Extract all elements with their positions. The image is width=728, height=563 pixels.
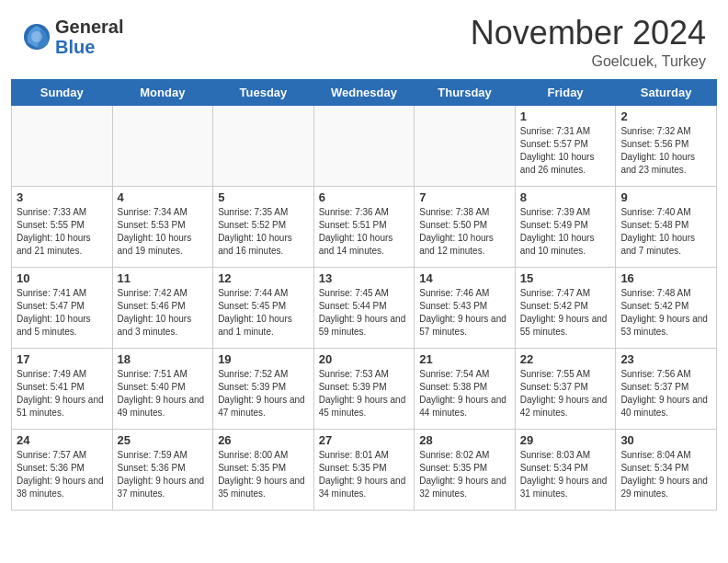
day-number: 6 bbox=[319, 190, 410, 204]
calendar-day-cell: 28Sunrise: 8:02 AM Sunset: 5:35 PM Dayli… bbox=[415, 430, 516, 511]
weekday-header: Tuesday bbox=[213, 80, 314, 106]
calendar-day-cell: 15Sunrise: 7:47 AM Sunset: 5:42 PM Dayli… bbox=[515, 268, 616, 349]
day-number: 23 bbox=[620, 352, 711, 366]
day-info: Sunrise: 7:57 AM Sunset: 5:36 PM Dayligh… bbox=[17, 449, 108, 500]
calendar-day-cell: 5Sunrise: 7:35 AM Sunset: 5:52 PM Daylig… bbox=[213, 187, 314, 268]
day-number: 27 bbox=[319, 433, 410, 447]
calendar-day-cell: 18Sunrise: 7:51 AM Sunset: 5:40 PM Dayli… bbox=[112, 349, 213, 430]
day-number: 5 bbox=[218, 190, 309, 204]
calendar-day-cell bbox=[415, 106, 516, 187]
calendar-day-cell: 20Sunrise: 7:53 AM Sunset: 5:39 PM Dayli… bbox=[313, 349, 415, 430]
calendar-table: SundayMondayTuesdayWednesdayThursdayFrid… bbox=[11, 79, 717, 511]
day-number: 24 bbox=[17, 433, 108, 447]
calendar-week-row: 3Sunrise: 7:33 AM Sunset: 5:55 PM Daylig… bbox=[12, 187, 717, 268]
calendar-wrapper: SundayMondayTuesdayWednesdayThursdayFrid… bbox=[0, 79, 728, 520]
day-info: Sunrise: 7:59 AM Sunset: 5:36 PM Dayligh… bbox=[118, 449, 209, 500]
day-number: 1 bbox=[520, 109, 611, 123]
day-number: 14 bbox=[419, 271, 510, 285]
page-header: General Blue November 2024 Goelcuek, Tur… bbox=[0, 0, 728, 79]
month-title: November 2024 bbox=[471, 17, 706, 50]
calendar-day-cell: 12Sunrise: 7:44 AM Sunset: 5:45 PM Dayli… bbox=[213, 268, 314, 349]
day-info: Sunrise: 8:04 AM Sunset: 5:34 PM Dayligh… bbox=[620, 449, 711, 500]
day-number: 20 bbox=[319, 352, 410, 366]
weekday-header: Thursday bbox=[415, 80, 516, 106]
day-number: 10 bbox=[17, 271, 108, 285]
day-number: 19 bbox=[218, 352, 309, 366]
weekday-header: Monday bbox=[112, 80, 213, 106]
day-info: Sunrise: 7:38 AM Sunset: 5:50 PM Dayligh… bbox=[419, 206, 510, 258]
calendar-day-cell bbox=[12, 106, 113, 187]
day-number: 26 bbox=[218, 433, 309, 447]
day-number: 9 bbox=[620, 190, 711, 204]
calendar-day-cell: 22Sunrise: 7:55 AM Sunset: 5:37 PM Dayli… bbox=[515, 349, 616, 430]
day-info: Sunrise: 7:41 AM Sunset: 5:47 PM Dayligh… bbox=[17, 287, 108, 339]
calendar-day-cell: 23Sunrise: 7:56 AM Sunset: 5:37 PM Dayli… bbox=[616, 349, 717, 430]
location: Goelcuek, Turkey bbox=[471, 53, 706, 70]
weekday-header: Friday bbox=[515, 80, 616, 106]
logo-general: General bbox=[55, 17, 123, 37]
day-info: Sunrise: 7:46 AM Sunset: 5:43 PM Dayligh… bbox=[419, 287, 510, 339]
calendar-week-row: 24Sunrise: 7:57 AM Sunset: 5:36 PM Dayli… bbox=[12, 430, 717, 511]
svg-point-1 bbox=[31, 31, 42, 42]
day-number: 29 bbox=[520, 433, 611, 447]
day-number: 3 bbox=[17, 190, 108, 204]
calendar-day-cell bbox=[313, 106, 415, 187]
calendar-day-cell: 16Sunrise: 7:48 AM Sunset: 5:42 PM Dayli… bbox=[616, 268, 717, 349]
day-number: 7 bbox=[419, 190, 510, 204]
day-info: Sunrise: 7:44 AM Sunset: 5:45 PM Dayligh… bbox=[218, 287, 309, 339]
day-number: 25 bbox=[118, 433, 209, 447]
day-info: Sunrise: 8:03 AM Sunset: 5:34 PM Dayligh… bbox=[520, 449, 611, 500]
day-info: Sunrise: 7:42 AM Sunset: 5:46 PM Dayligh… bbox=[118, 287, 209, 339]
day-info: Sunrise: 7:49 AM Sunset: 5:41 PM Dayligh… bbox=[17, 368, 108, 419]
day-info: Sunrise: 7:35 AM Sunset: 5:52 PM Dayligh… bbox=[218, 206, 309, 258]
day-info: Sunrise: 7:45 AM Sunset: 5:44 PM Dayligh… bbox=[319, 287, 410, 339]
calendar-day-cell: 17Sunrise: 7:49 AM Sunset: 5:41 PM Dayli… bbox=[12, 349, 113, 430]
day-info: Sunrise: 7:39 AM Sunset: 5:49 PM Dayligh… bbox=[520, 206, 611, 258]
day-info: Sunrise: 7:48 AM Sunset: 5:42 PM Dayligh… bbox=[620, 287, 711, 339]
day-info: Sunrise: 7:56 AM Sunset: 5:37 PM Dayligh… bbox=[620, 368, 711, 419]
day-number: 18 bbox=[118, 352, 209, 366]
day-info: Sunrise: 7:55 AM Sunset: 5:37 PM Dayligh… bbox=[520, 368, 611, 419]
logo: General Blue bbox=[22, 17, 123, 57]
day-number: 22 bbox=[520, 352, 611, 366]
calendar-week-row: 1Sunrise: 7:31 AM Sunset: 5:57 PM Daylig… bbox=[12, 106, 717, 187]
calendar-day-cell bbox=[112, 106, 213, 187]
day-number: 12 bbox=[218, 271, 309, 285]
calendar-day-cell: 2Sunrise: 7:32 AM Sunset: 5:56 PM Daylig… bbox=[616, 106, 717, 187]
day-number: 2 bbox=[620, 109, 711, 123]
calendar-day-cell: 9Sunrise: 7:40 AM Sunset: 5:48 PM Daylig… bbox=[616, 187, 717, 268]
calendar-day-cell: 14Sunrise: 7:46 AM Sunset: 5:43 PM Dayli… bbox=[415, 268, 516, 349]
day-number: 28 bbox=[419, 433, 510, 447]
day-number: 11 bbox=[118, 271, 209, 285]
title-block: November 2024 Goelcuek, Turkey bbox=[471, 17, 706, 70]
calendar-day-cell: 25Sunrise: 7:59 AM Sunset: 5:36 PM Dayli… bbox=[112, 430, 213, 511]
day-number: 16 bbox=[620, 271, 711, 285]
calendar-week-row: 10Sunrise: 7:41 AM Sunset: 5:47 PM Dayli… bbox=[12, 268, 717, 349]
calendar-day-cell bbox=[213, 106, 314, 187]
calendar-day-cell: 19Sunrise: 7:52 AM Sunset: 5:39 PM Dayli… bbox=[213, 349, 314, 430]
day-info: Sunrise: 7:34 AM Sunset: 5:53 PM Dayligh… bbox=[118, 206, 209, 258]
calendar-day-cell: 1Sunrise: 7:31 AM Sunset: 5:57 PM Daylig… bbox=[515, 106, 616, 187]
day-info: Sunrise: 8:00 AM Sunset: 5:35 PM Dayligh… bbox=[218, 449, 309, 500]
weekday-header: Wednesday bbox=[313, 80, 415, 106]
day-info: Sunrise: 7:52 AM Sunset: 5:39 PM Dayligh… bbox=[218, 368, 309, 419]
day-info: Sunrise: 7:31 AM Sunset: 5:57 PM Dayligh… bbox=[520, 125, 611, 177]
day-info: Sunrise: 7:40 AM Sunset: 5:48 PM Dayligh… bbox=[620, 206, 711, 258]
day-info: Sunrise: 7:32 AM Sunset: 5:56 PM Dayligh… bbox=[620, 125, 711, 177]
day-info: Sunrise: 8:01 AM Sunset: 5:35 PM Dayligh… bbox=[319, 449, 410, 500]
calendar-day-cell: 21Sunrise: 7:54 AM Sunset: 5:38 PM Dayli… bbox=[415, 349, 516, 430]
calendar-day-cell: 27Sunrise: 8:01 AM Sunset: 5:35 PM Dayli… bbox=[313, 430, 415, 511]
day-number: 30 bbox=[620, 433, 711, 447]
day-number: 8 bbox=[520, 190, 611, 204]
calendar-day-cell: 10Sunrise: 7:41 AM Sunset: 5:47 PM Dayli… bbox=[12, 268, 113, 349]
calendar-day-cell: 30Sunrise: 8:04 AM Sunset: 5:34 PM Dayli… bbox=[616, 430, 717, 511]
calendar-week-row: 17Sunrise: 7:49 AM Sunset: 5:41 PM Dayli… bbox=[12, 349, 717, 430]
day-info: Sunrise: 8:02 AM Sunset: 5:35 PM Dayligh… bbox=[419, 449, 510, 500]
day-number: 13 bbox=[319, 271, 410, 285]
day-info: Sunrise: 7:53 AM Sunset: 5:39 PM Dayligh… bbox=[319, 368, 410, 419]
calendar-day-cell: 8Sunrise: 7:39 AM Sunset: 5:49 PM Daylig… bbox=[515, 187, 616, 268]
day-number: 21 bbox=[419, 352, 510, 366]
logo-icon bbox=[22, 22, 51, 52]
calendar-day-cell: 3Sunrise: 7:33 AM Sunset: 5:55 PM Daylig… bbox=[12, 187, 113, 268]
calendar-day-cell: 11Sunrise: 7:42 AM Sunset: 5:46 PM Dayli… bbox=[112, 268, 213, 349]
